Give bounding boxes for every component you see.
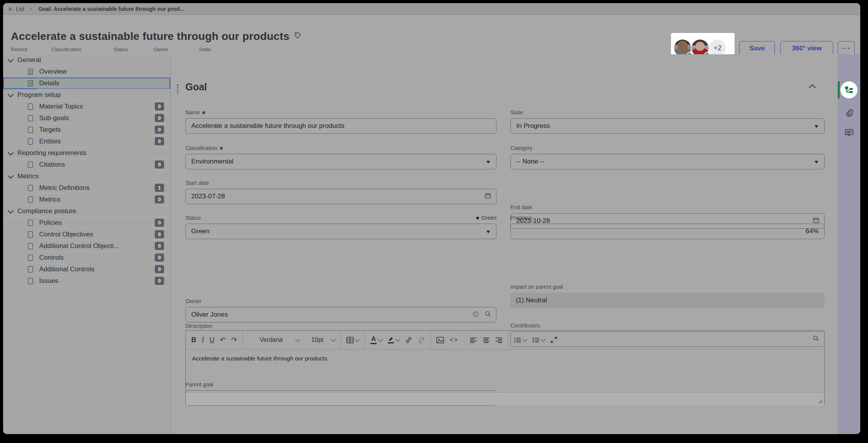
selected-value: In Progress (516, 122, 550, 130)
font-family-select[interactable]: Verdana (248, 336, 299, 343)
name-input[interactable] (185, 118, 496, 134)
sidebar-item-label: Policies (39, 219, 62, 227)
highlight-color-button[interactable] (387, 336, 399, 343)
sidebar-item-label: Entities (39, 138, 61, 145)
description-editor-body[interactable]: Accelerate a sustainable future through … (186, 350, 824, 392)
document-icon (28, 138, 33, 145)
sidebar-item-metric-definitions[interactable]: Metric Definitions1 (3, 182, 170, 194)
hierarchy-icon (844, 86, 854, 94)
label-text: State (510, 109, 523, 115)
selected-value: Environmental (191, 158, 233, 165)
sidebar-item-entities[interactable]: Entities0 (3, 136, 170, 147)
document-icon (28, 80, 33, 86)
sidebar-group-program-setup[interactable]: Program setup (3, 89, 170, 101)
collapse-section-icon[interactable] (809, 84, 816, 91)
save-button[interactable]: Save (739, 41, 775, 56)
label-text: Status (185, 215, 201, 221)
text-color-button[interactable]: A (370, 336, 382, 344)
sidebar-item-label: Citations (39, 161, 65, 169)
label-text: Name (185, 109, 200, 115)
unlink-button[interactable] (418, 337, 425, 343)
sidebar-item-sub-goals[interactable]: Sub-goals0 (3, 112, 170, 124)
progress-input[interactable] (510, 224, 825, 239)
calendar-icon[interactable] (485, 193, 491, 199)
sidebar-item-details[interactable]: Details (3, 78, 170, 89)
bullet-list-button[interactable] (514, 337, 527, 343)
sidebar-item-additional-controls[interactable]: Additional Controls0 (3, 264, 170, 275)
sidebar-item-control-objectives[interactable]: Control Objectives0 (3, 229, 170, 240)
sidebar-item-label: Issues (39, 277, 58, 285)
align-center-button[interactable] (482, 337, 490, 343)
sidebar-item-issues[interactable]: Issues0 (3, 275, 170, 287)
info-icon[interactable] (473, 311, 479, 317)
sidebar-item-label: Additional Controls (39, 265, 95, 273)
chevron-down-icon (8, 149, 14, 155)
label-text: Progress (510, 215, 532, 221)
sidebar-item-material-topics[interactable]: Material Topics0 (3, 101, 170, 112)
sidebar-item-citations[interactable]: Citations0 (3, 159, 170, 171)
undo-button[interactable]: ↶ (220, 336, 226, 343)
state-select[interactable]: In Progress (510, 118, 825, 134)
sidebar-item-controls[interactable]: Controls0 (3, 252, 170, 264)
app-window: ≡ List › Goal: Accelerate a sustainable … (3, 3, 860, 434)
breadcrumb-list-link[interactable]: List (16, 6, 24, 12)
sidebar-item-label: Additional Control Objecti... (39, 242, 119, 250)
field-classification: Classification✱ Environmental (185, 145, 496, 169)
sidebar-item-label: Targets (39, 126, 61, 134)
field-label: Classification✱ (185, 145, 223, 151)
attachments-button[interactable] (845, 109, 853, 118)
chevron-down-icon (8, 207, 14, 214)
underline-button[interactable]: U (209, 336, 214, 343)
menu-icon[interactable]: ≡ (9, 6, 12, 12)
editor-toolbar: B I U ↶ ↷ Verdana 10pt A (186, 331, 824, 350)
label-text: Start date (185, 180, 209, 186)
count-badge: 0 (155, 137, 164, 145)
tag-icon[interactable] (294, 31, 302, 39)
search-icon[interactable] (485, 311, 491, 317)
source-code-button[interactable]: <> (450, 337, 458, 343)
classification-select[interactable]: Environmental (185, 154, 496, 169)
view-360-button[interactable]: 360° view (780, 41, 833, 56)
sidebar-item-additional-control-objectives[interactable]: Additional Control Objecti...0 (3, 240, 170, 252)
sidebar-item-label: Sub-goals (39, 114, 69, 122)
sidebar-group-general[interactable]: General (3, 54, 170, 66)
sidebar-group-metrics[interactable]: Metrics (3, 171, 170, 182)
sidebar-group-reporting-requirements[interactable]: Reporting requirements (3, 147, 170, 159)
chevron-down-icon (395, 337, 400, 342)
activity-comments-button[interactable] (845, 129, 854, 137)
redo-button[interactable]: ↷ (231, 336, 237, 343)
record-header: Accelerate a sustainable future through … (3, 15, 860, 55)
count-badge: 0 (155, 265, 164, 273)
drag-handle-icon[interactable] (177, 84, 178, 93)
sidebar-item-metrics[interactable]: Metrics0 (3, 194, 170, 205)
category-select[interactable]: -- None -- (510, 154, 825, 169)
more-actions-button[interactable]: ··· (838, 41, 855, 56)
hierarchy-tool-button[interactable] (840, 81, 858, 98)
status-select[interactable]: Green (185, 224, 496, 239)
start-date-input[interactable] (185, 189, 496, 204)
align-left-button[interactable] (470, 337, 477, 343)
font-size-select[interactable]: 10pt (305, 336, 335, 343)
table-button[interactable] (346, 337, 359, 343)
caret-down-icon (814, 161, 818, 164)
fullscreen-button[interactable] (550, 336, 557, 343)
selected-value: Green (191, 228, 209, 235)
numbered-list-button[interactable] (532, 337, 545, 343)
sidebar-item-label: Overview (39, 68, 67, 76)
italic-button[interactable]: I (202, 336, 204, 343)
sidebar-item-targets[interactable]: Targets0 (3, 124, 170, 136)
sidebar-item-policies[interactable]: Policies0 (3, 217, 170, 229)
bold-button[interactable]: B (191, 336, 196, 343)
sidebar-item-overview[interactable]: Overview (3, 66, 170, 78)
align-right-button[interactable] (495, 337, 503, 343)
owner-input[interactable] (185, 307, 496, 322)
label-text: Category (510, 145, 533, 151)
insert-image-button[interactable] (436, 337, 444, 343)
link-button[interactable] (405, 337, 412, 343)
sidebar-item-label: Controls (39, 254, 64, 262)
sidebar-group-compliance-posture[interactable]: Compliance posture (3, 205, 170, 217)
chevron-down-icon (8, 172, 14, 179)
field-owner: Owner (185, 298, 496, 322)
resize-handle[interactable] (818, 399, 823, 404)
page-title: Accelerate a sustainable future through … (11, 30, 302, 43)
